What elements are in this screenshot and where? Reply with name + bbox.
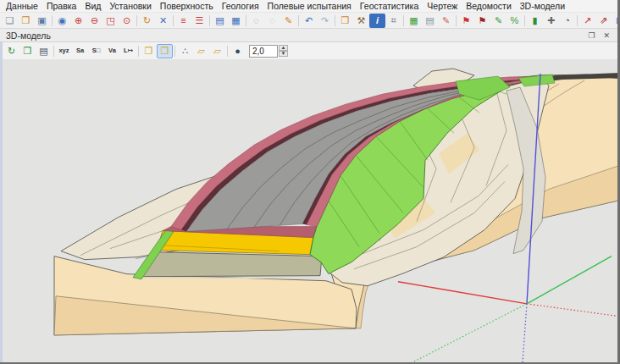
point-up-icon[interactable]: ↗ bbox=[579, 14, 595, 28]
info-icon[interactable]: i bbox=[369, 14, 385, 28]
table-settings-icon[interactable]: ▦ bbox=[406, 14, 422, 28]
menu-item-Установки[interactable]: Установки bbox=[105, 1, 155, 11]
capture-view-icon[interactable]: ❒ bbox=[19, 44, 36, 58]
undo-icon[interactable]: ↶ bbox=[301, 14, 317, 28]
toolbar-separator bbox=[138, 46, 139, 57]
screen-view-2-icon[interactable]: ▦ bbox=[228, 14, 244, 28]
toolbar-separator bbox=[298, 15, 299, 26]
menu-item-Правка[interactable]: Правка bbox=[42, 1, 80, 11]
3d-scene bbox=[0, 59, 620, 362]
zoom-pointer-icon[interactable]: ◉ bbox=[54, 14, 70, 28]
float-panel-icon[interactable]: ❐ bbox=[584, 31, 599, 40]
menu-item-3D-модели[interactable]: 3D-модели bbox=[516, 1, 569, 11]
app-window: ДанныеПравкаВидУстановкиПоверхностьГеоло… bbox=[0, 0, 620, 364]
redo-icon[interactable]: ↷ bbox=[317, 14, 333, 28]
screen-view-1-icon[interactable]: ▤ bbox=[212, 14, 228, 28]
toolbar-separator bbox=[174, 46, 175, 57]
menubar: ДанныеПравкаВидУстановкиПоверхностьГеоло… bbox=[0, 0, 620, 12]
marker-2-icon[interactable]: ⚑ bbox=[474, 14, 490, 28]
panel-toolbar: ↻❒▤xyzSaS□VaL↦❒❒∴▱▱● 2,0 ▲ ▼ bbox=[0, 42, 620, 60]
toolbar-separator bbox=[456, 15, 457, 26]
vector-labels-icon[interactable]: Va bbox=[104, 44, 120, 58]
menu-item-Ведомости[interactable]: Ведомости bbox=[462, 1, 516, 11]
point-heights-icon[interactable]: Sa bbox=[72, 44, 88, 58]
toolbar-separator bbox=[209, 15, 210, 26]
toolbar-separator bbox=[403, 15, 404, 26]
refresh-view-icon[interactable]: ↻ bbox=[139, 14, 155, 28]
spin-down-icon[interactable]: ▼ bbox=[279, 51, 288, 57]
move-scale-icon[interactable]: ✕ bbox=[155, 14, 171, 28]
book-green-icon[interactable]: ▮ bbox=[527, 14, 543, 28]
new-document-icon[interactable]: ❏ bbox=[2, 14, 18, 28]
zoom-out-icon[interactable]: ⊖ bbox=[86, 14, 102, 28]
toolbar-separator bbox=[524, 15, 525, 26]
benchmark-red-2-icon[interactable]: ☰ bbox=[191, 14, 208, 28]
toolbar-separator bbox=[173, 15, 174, 26]
menu-item-Вид[interactable]: Вид bbox=[80, 1, 105, 11]
display-settings-icon[interactable]: ▤ bbox=[36, 44, 52, 58]
select-area-icon[interactable]: ⌗ bbox=[385, 14, 401, 28]
preview-1-icon[interactable]: ◌ bbox=[248, 14, 264, 28]
edit-pen-icon[interactable]: ✎ bbox=[280, 14, 296, 28]
axes-xyz-icon[interactable]: xyz bbox=[56, 44, 72, 58]
textures-folder-active-icon[interactable]: ❒ bbox=[157, 44, 173, 58]
panel-title: 3D-модель bbox=[6, 30, 584, 41]
3d-viewport[interactable] bbox=[0, 59, 620, 362]
toolbar-separator bbox=[246, 15, 246, 26]
panel-title-bar: 3D-модель ❐ ✕ bbox=[0, 29, 620, 42]
marker-1-icon[interactable]: ⚑ bbox=[458, 14, 474, 28]
toolbar-separator bbox=[136, 15, 137, 26]
benchmark-red-icon[interactable]: ≡ bbox=[175, 14, 191, 28]
spin-up-icon[interactable]: ▲ bbox=[279, 45, 288, 51]
zoom-window-icon[interactable]: ◳ bbox=[102, 14, 119, 28]
preview-2-icon[interactable]: ◌ bbox=[264, 14, 280, 28]
toolbar-separator bbox=[53, 46, 54, 57]
settings-hammer-icon[interactable]: ⚒ bbox=[353, 14, 369, 28]
sheet-edit-icon[interactable]: ✎ bbox=[490, 14, 507, 28]
flat-layer-2-icon[interactable]: ▱ bbox=[209, 44, 225, 58]
clipboard-icon[interactable]: ▤ bbox=[422, 14, 438, 28]
textures-folder-icon[interactable]: ❒ bbox=[141, 44, 157, 58]
compass-icon[interactable]: ◔ bbox=[559, 14, 575, 28]
menu-item-Чертеж[interactable]: Чертеж bbox=[423, 1, 462, 11]
open-folder-icon[interactable]: ❒ bbox=[18, 14, 34, 28]
project-tools-icon[interactable]: ❒ bbox=[337, 14, 353, 28]
point-squares-icon[interactable]: S□ bbox=[88, 44, 104, 58]
menu-item-Геология[interactable]: Геология bbox=[218, 1, 263, 11]
panel-toolbar-icons: ↻❒▤xyzSaS□VaL↦❒❒∴▱▱● bbox=[3, 44, 246, 58]
sheet-percent-icon[interactable]: % bbox=[507, 14, 523, 28]
center-target-icon[interactable]: ✚ bbox=[543, 14, 559, 28]
scale-spinbox: 2,0 ▲ ▼ bbox=[249, 45, 288, 58]
save-icon[interactable]: ▣ bbox=[34, 14, 50, 28]
refresh-3d-icon[interactable]: ↻ bbox=[3, 44, 19, 58]
panel-left-border bbox=[0, 41, 3, 364]
scale-value-input[interactable]: 2,0 bbox=[249, 45, 278, 58]
menu-item-Геостатистика[interactable]: Геостатистика bbox=[356, 1, 423, 11]
toolbar-separator bbox=[577, 15, 578, 26]
points-display-icon[interactable]: ∴ bbox=[177, 44, 193, 58]
main-toolbar: ❏❒▣◉⊕⊖◳⊙↻✕≡☰▤▦◌◌✎↶↷❒⚒i⌗▦▤✎⚑⚑✎%▮✚◔↗⇗⊞▥▦▩❏… bbox=[0, 12, 620, 29]
close-panel-icon[interactable]: ✕ bbox=[599, 31, 614, 40]
clipboard-edit-icon[interactable]: ✎ bbox=[438, 14, 454, 28]
flat-layer-1-icon[interactable]: ▱ bbox=[193, 44, 209, 58]
point-up-2-icon[interactable]: ⇗ bbox=[595, 14, 612, 28]
menu-item-Полевые испытания[interactable]: Полевые испытания bbox=[263, 1, 356, 11]
length-marks-icon[interactable]: L↦ bbox=[120, 44, 136, 58]
sphere-quality-icon[interactable]: ● bbox=[230, 44, 246, 58]
menu-item-Данные[interactable]: Данные bbox=[2, 1, 42, 11]
zoom-extents-icon[interactable]: ⊙ bbox=[119, 14, 135, 28]
menu-item-Поверхность[interactable]: Поверхность bbox=[156, 1, 218, 11]
toolbar-separator bbox=[52, 15, 53, 26]
toolbar-separator bbox=[335, 15, 335, 26]
toolbar-separator bbox=[227, 46, 228, 57]
zoom-in-icon[interactable]: ⊕ bbox=[70, 14, 86, 28]
